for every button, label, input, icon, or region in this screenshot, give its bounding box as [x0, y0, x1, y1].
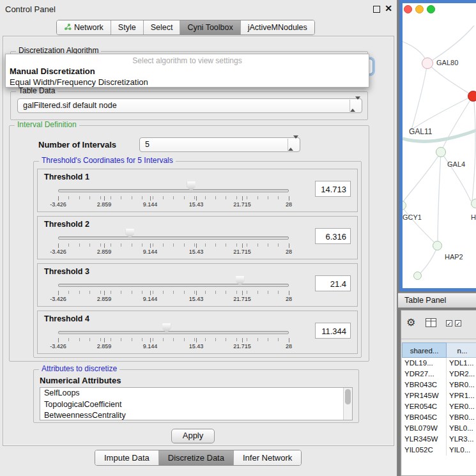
cell[interactable]: YBR045C: [402, 412, 447, 423]
scale-label: 21.715: [233, 343, 251, 349]
table-row[interactable]: YLR345WYLR3...: [402, 434, 476, 445]
list-item[interactable]: SelfLoops: [40, 388, 352, 399]
table-data-group: Table Data galFiltered.sif default node: [10, 91, 368, 120]
tab-infer-network-label: Infer Network: [243, 453, 292, 463]
combo-stepper-icon: [288, 139, 299, 151]
table-columns-icon[interactable]: [426, 318, 436, 330]
table-row[interactable]: YBL079WYBL0...: [402, 423, 476, 434]
close-window-button[interactable]: ✕: [385, 3, 392, 13]
option-equal-width-frequency[interactable]: Equal Width/Frequency Discretization: [6, 77, 369, 88]
cell[interactable]: YPR145W: [402, 390, 447, 401]
table-row[interactable]: YBR043CYBR0...: [402, 380, 476, 390]
threshold-1-slider[interactable]: [58, 189, 289, 192]
scrollbar-thumb[interactable]: [345, 389, 351, 404]
cell[interactable]: YLR3...: [447, 434, 476, 445]
node-table-window: ⚙ ✓ ✓ shared... n... YDL19...YDL1... YDR…: [401, 310, 476, 476]
network-canvas[interactable]: GAL80 GAL11 GAL4 GCY1 H HAP2: [403, 3, 476, 288]
node-gal80-label: GAL80: [436, 59, 458, 66]
number-of-intervals-combobox[interactable]: 5: [139, 137, 300, 152]
cell[interactable]: YBR043C: [402, 380, 447, 390]
threshold-4-value-field[interactable]: 11.344: [315, 323, 351, 339]
apply-button[interactable]: Apply: [171, 429, 215, 443]
node-bottom[interactable]: [413, 272, 422, 280]
cell[interactable]: YDL1...: [447, 358, 476, 369]
tab-style-label: Style: [118, 23, 136, 32]
threshold-2-slider[interactable]: [58, 236, 289, 240]
threshold-1-value-field[interactable]: 14.713: [315, 181, 351, 197]
threshold-2-label: Threshold 2: [44, 220, 89, 229]
list-item[interactable]: TopologicalCoefficient: [40, 399, 352, 411]
cell[interactable]: YER054C: [402, 401, 447, 412]
cell[interactable]: YDL19...: [402, 358, 447, 369]
scale-label: 28: [286, 249, 292, 255]
threshold-coordinates-group-title: Threshold's Coordinates for 5 Intervals: [39, 156, 176, 165]
column-header-shared-name[interactable]: shared...: [402, 342, 447, 358]
threshold-3-slider[interactable]: [58, 284, 289, 287]
cell[interactable]: YDR2...: [447, 369, 476, 380]
tab-infer-network[interactable]: Infer Network: [233, 450, 301, 465]
table-header-row: shared... n...: [402, 342, 476, 358]
scale-label: -3.426: [50, 249, 66, 255]
tab-jactivemnodules[interactable]: jActiveMNodules: [240, 20, 314, 35]
tab-style[interactable]: Style: [111, 20, 143, 35]
threshold-3-value-field[interactable]: 21.4: [315, 275, 351, 291]
tab-select[interactable]: Select: [143, 20, 180, 35]
node-right-edge[interactable]: [471, 199, 476, 208]
algorithm-dropdown-popup: Select algorithm to view settings Manual…: [5, 54, 369, 88]
cell[interactable]: YBR0...: [447, 412, 476, 423]
number-of-intervals-label: Number of Intervals: [38, 140, 116, 150]
node-partial-label: H: [471, 213, 476, 221]
column-header-name[interactable]: n...: [447, 342, 476, 358]
threshold-2-value-field[interactable]: 6.316: [315, 228, 351, 244]
gear-icon[interactable]: ⚙: [406, 316, 415, 328]
threshold-1-slider-thumb[interactable]: [187, 181, 196, 191]
cell[interactable]: YIL052C: [402, 445, 447, 456]
tab-discretize-data[interactable]: Discretize Data: [158, 450, 233, 465]
option-manual-discretization[interactable]: Manual Discretization: [6, 66, 369, 77]
cell[interactable]: YPR1...: [447, 390, 476, 401]
checkbox-checked-icon[interactable]: ✓: [446, 320, 452, 326]
threshold-3-panel: Threshold 3 -3.426 2.859 9.144 15.43 21.…: [37, 263, 358, 307]
threshold-4-slider-thumb[interactable]: [162, 323, 171, 333]
table-data-combobox[interactable]: galFiltered.sif default node: [17, 98, 362, 113]
minimize-traffic-light-button[interactable]: [415, 5, 424, 13]
cell[interactable]: YBR0...: [447, 380, 476, 390]
threshold-2-slider-thumb[interactable]: [126, 229, 134, 238]
table-row[interactable]: YDL19...YDL1...: [402, 358, 476, 369]
node-selected-red[interactable]: [468, 91, 476, 102]
threshold-3-label: Threshold 3: [44, 267, 89, 276]
list-item[interactable]: BetweennessCentrality: [40, 410, 352, 420]
cell[interactable]: YLR345W: [402, 434, 447, 445]
cell[interactable]: YER0...: [447, 401, 476, 412]
node-gal80[interactable]: [422, 58, 433, 69]
tab-network[interactable]: Network: [57, 20, 111, 35]
table-row[interactable]: YDR27...YDR2...: [402, 369, 476, 380]
node-gal4[interactable]: [436, 147, 446, 157]
table-body: YDL19...YDL1... YDR27...YDR2... YBR043CY…: [402, 358, 476, 475]
network-view-window: GAL80 GAL11 GAL4 GCY1 H HAP2: [399, 0, 476, 291]
scale-label: 9.144: [143, 343, 158, 349]
screen: Control Panel ✕ Network Style Select Cyn…: [0, 0, 476, 476]
cell[interactable]: YDR27...: [402, 369, 447, 380]
tab-cyni-toolbox[interactable]: Cyni Toolbox: [180, 20, 240, 35]
table-row[interactable]: YER054CYER0...: [402, 401, 476, 412]
float-window-button[interactable]: [373, 6, 380, 13]
control-panel-window: Control Panel ✕ Network Style Select Cyn…: [0, 0, 397, 476]
tab-impute-data[interactable]: Impute Data: [95, 450, 158, 465]
table-row[interactable]: YIL052CYIL0...: [402, 445, 476, 456]
cell[interactable]: YBL079W: [402, 423, 447, 434]
node-hap2[interactable]: [433, 241, 442, 250]
checkbox-checked-icon[interactable]: ✓: [455, 320, 461, 326]
threshold-3-slider-thumb[interactable]: [236, 276, 244, 286]
table-row[interactable]: YPR145WYPR1...: [402, 390, 476, 401]
tab-jactivemnodules-label: jActiveMNodules: [248, 23, 307, 32]
threshold-4-slider[interactable]: [58, 331, 289, 334]
close-traffic-light-button[interactable]: [404, 5, 412, 13]
cell[interactable]: YIL0...: [447, 445, 476, 456]
scale-label: 2.859: [97, 296, 112, 302]
list-scrollbar[interactable]: [343, 388, 352, 420]
zoom-traffic-light-button[interactable]: [427, 5, 435, 13]
cell[interactable]: YBL0...: [447, 423, 476, 434]
slider-ticks: [58, 338, 289, 341]
table-row[interactable]: YBR045CYBR0...: [402, 412, 476, 423]
